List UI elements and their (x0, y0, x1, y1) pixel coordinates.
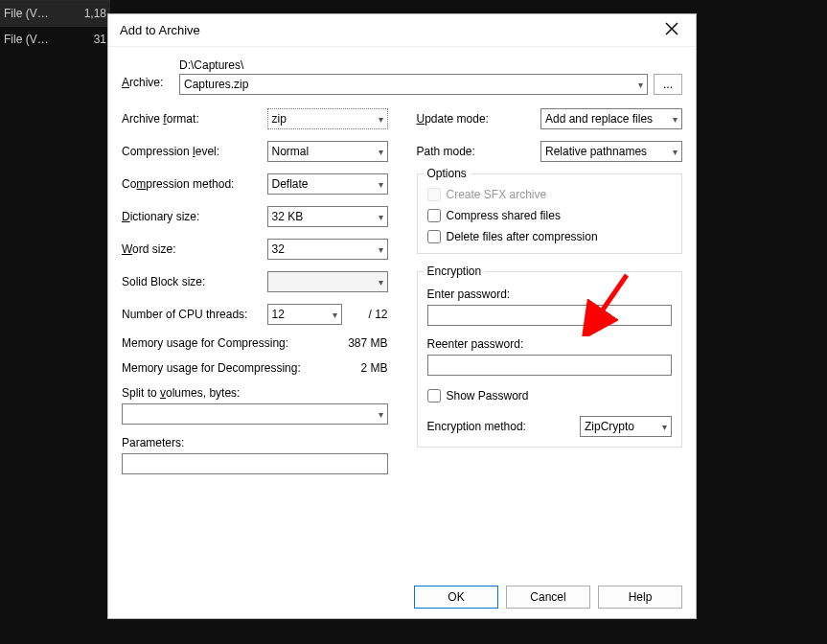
options-legend: Options (424, 167, 471, 180)
split-volumes-label: Split to volumes, bytes: (122, 386, 388, 400)
dialog-footer: OK Cancel Help (108, 576, 696, 618)
split-volumes-select[interactable]: ▾ (122, 403, 388, 425)
compress-shared-checkbox-row[interactable]: Compress shared files (427, 209, 673, 222)
background-file-list: File (V… 1,18 File (V… 31 (0, 0, 110, 52)
ok-button[interactable]: OK (414, 586, 498, 609)
parameters-label: Parameters: (122, 436, 388, 449)
memory-decompress-value: 2 MB (360, 361, 387, 375)
chevron-down-icon: ▾ (673, 114, 678, 125)
archive-format-label: Archive format: (122, 112, 267, 126)
chevron-down-icon: ▾ (379, 147, 383, 157)
titlebar: Add to Archive (108, 14, 696, 47)
memory-compress-value: 387 MB (348, 336, 387, 350)
compression-method-select[interactable]: Deflate▾ (267, 173, 388, 195)
chevron-down-icon: ▾ (673, 147, 678, 157)
options-fieldset: Options Create SFX archive Compress shar… (417, 173, 683, 254)
browse-button[interactable]: ... (654, 74, 682, 95)
solid-block-size-label: Solid Block size: (122, 275, 267, 288)
archive-path: D:\Captures\ (179, 58, 682, 72)
archive-format-select[interactable]: zip▾ (267, 108, 388, 129)
dialog-title: Add to Archive (120, 23, 200, 37)
close-button[interactable] (655, 18, 688, 42)
delete-after-checkbox-row[interactable]: Delete files after compression (427, 230, 673, 243)
cpu-threads-label: Number of CPU threads: (122, 308, 267, 321)
compress-shared-checkbox[interactable] (427, 209, 441, 222)
word-size-select[interactable]: 32▾ (267, 239, 388, 260)
chevron-down-icon: ▾ (638, 80, 643, 90)
memory-compress-label: Memory usage for Compressing: (122, 336, 288, 350)
cancel-button[interactable]: Cancel (506, 586, 590, 609)
encryption-method-label: Encryption method: (427, 420, 526, 433)
solid-block-size-select: ▾ (267, 271, 388, 292)
archive-label: Archive: (122, 58, 170, 89)
parameters-input[interactable] (122, 453, 388, 474)
encryption-legend: Encryption (424, 264, 486, 278)
bg-file-size: 1,18 (84, 7, 106, 20)
path-mode-label: Path mode: (417, 145, 541, 158)
cpu-threads-total: / 12 (342, 308, 388, 321)
help-button[interactable]: Help (598, 586, 682, 609)
sfx-checkbox (427, 188, 441, 201)
chevron-down-icon: ▾ (662, 422, 667, 432)
chevron-down-icon: ▾ (379, 244, 383, 255)
compression-method-label: Compression method: (122, 177, 267, 191)
dictionary-size-label: Dictionary size: (122, 210, 267, 223)
right-column: Update mode: Add and replace files▾ Path… (417, 108, 683, 474)
add-to-archive-dialog: Add to Archive Archive: D:\Captures\ Cap… (107, 13, 697, 619)
reenter-password-label: Reenter password: (427, 337, 673, 351)
bg-file-size: 31 (94, 33, 106, 46)
reenter-password-input[interactable] (427, 355, 673, 376)
show-password-checkbox-row[interactable]: Show Password (427, 389, 673, 402)
compression-level-label: Compression level: (122, 145, 267, 158)
bg-file-name: File (V… (4, 7, 49, 20)
encryption-method-select[interactable]: ZipCrypto▾ (580, 416, 672, 437)
encryption-fieldset: Encryption Enter password: Reenter passw… (417, 271, 683, 448)
chevron-down-icon: ▾ (379, 212, 383, 222)
compression-level-select[interactable]: Normal▾ (267, 141, 388, 162)
bg-file-row[interactable]: File (V… 1,18 (0, 0, 110, 26)
close-icon (665, 22, 678, 35)
archive-name-select[interactable]: Captures.zip ▾ (179, 74, 648, 95)
sfx-checkbox-row: Create SFX archive (427, 188, 673, 201)
chevron-down-icon: ▾ (379, 179, 383, 190)
archive-name-value: Captures.zip (184, 78, 248, 91)
chevron-down-icon: ▾ (379, 114, 383, 125)
chevron-down-icon: ▾ (333, 310, 337, 320)
enter-password-input[interactable] (427, 305, 673, 326)
bg-file-name: File (V… (4, 33, 49, 46)
left-column: Archive format: zip▾ Compression level: … (122, 108, 388, 474)
dictionary-size-select[interactable]: 32 KB▾ (267, 206, 388, 227)
enter-password-label: Enter password: (427, 288, 673, 301)
chevron-down-icon: ▾ (379, 409, 383, 420)
memory-decompress-label: Memory usage for Decompressing: (122, 361, 301, 375)
chevron-down-icon: ▾ (379, 277, 383, 288)
show-password-checkbox[interactable] (427, 389, 441, 402)
word-size-label: Word size: (122, 242, 267, 256)
delete-after-checkbox[interactable] (427, 230, 441, 243)
update-mode-label: Update mode: (417, 112, 541, 126)
update-mode-select[interactable]: Add and replace files▾ (540, 108, 682, 129)
cpu-threads-select[interactable]: 12▾ (267, 304, 342, 325)
path-mode-select[interactable]: Relative pathnames▾ (540, 141, 682, 162)
bg-file-row[interactable]: File (V… 31 (0, 26, 110, 52)
